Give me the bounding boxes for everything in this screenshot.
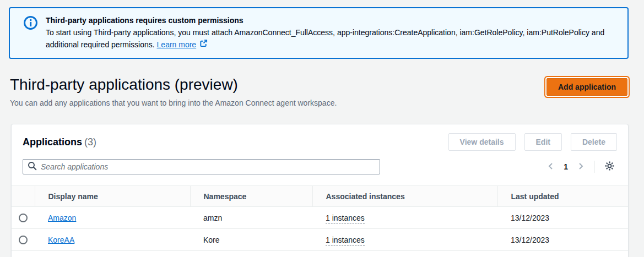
chevron-left-icon <box>546 162 555 172</box>
select-all-header <box>12 186 35 207</box>
column-header-namespace: Namespace <box>190 186 312 207</box>
info-icon <box>23 15 38 51</box>
page-header: Third-party applications (preview) You c… <box>10 75 629 108</box>
banner-body-text: To start using Third-party applications,… <box>46 28 604 49</box>
display-name-cell: KoreAA <box>35 229 190 251</box>
last-updated-cell: 13/12/2023 <box>497 229 628 251</box>
application-link[interactable]: KoreAA <box>48 236 74 244</box>
edit-button[interactable]: Edit <box>524 133 562 151</box>
next-page-button[interactable] <box>573 160 588 174</box>
card-title-group: Applications (3) <box>23 134 96 151</box>
namespace-cell: amzn <box>190 207 312 229</box>
search-input[interactable] <box>41 162 375 171</box>
associated-instances-cell <box>312 251 497 257</box>
row-radio-button[interactable] <box>19 236 28 244</box>
card-title-row: Applications (3) View details Edit Delet… <box>23 133 617 151</box>
info-banner: Third-party applications requires custom… <box>9 7 629 59</box>
applications-counter: (3) <box>84 136 96 147</box>
table-row-partial <box>12 251 628 257</box>
card-actions: View details Edit Delete <box>448 133 617 151</box>
learn-more-link[interactable]: Learn more <box>157 39 208 51</box>
learn-more-label: Learn more <box>157 39 197 51</box>
last-updated-cell <box>497 251 628 257</box>
column-header-display-name: Display name <box>35 186 190 207</box>
previous-page-button[interactable] <box>544 160 558 174</box>
column-header-last-updated: Last updated <box>497 186 628 207</box>
page-heading-group: Third-party applications (preview) You c… <box>10 75 337 108</box>
search-box[interactable] <box>23 159 380 174</box>
page-subtitle: You can add any applications that you wa… <box>10 97 337 108</box>
display-name-cell <box>35 251 190 257</box>
table-settings-button[interactable] <box>602 159 617 174</box>
delete-button[interactable]: Delete <box>571 133 617 151</box>
last-updated-cell: 13/12/2023 <box>497 207 628 229</box>
chevron-right-icon <box>576 162 585 172</box>
page-title: Third-party applications (preview) <box>10 75 337 95</box>
banner-content: Third-party applications requires custom… <box>46 14 616 51</box>
application-link[interactable]: Amazon <box>48 214 76 222</box>
applications-table: Display name Namespace Associated instan… <box>12 185 628 257</box>
row-select-cell <box>12 251 35 257</box>
table-header-row: Display name Namespace Associated instan… <box>12 186 628 207</box>
applications-card-header: Applications (3) View details Edit Delet… <box>12 124 628 174</box>
view-details-button[interactable]: View details <box>448 133 516 151</box>
filter-row: 1 <box>23 159 617 174</box>
row-select-cell <box>12 229 35 251</box>
pagination: 1 <box>544 159 617 174</box>
current-page-number[interactable]: 1 <box>560 162 571 171</box>
instances-popover-trigger[interactable]: 1 instances <box>326 214 365 223</box>
pagination-divider <box>594 161 595 173</box>
search-icon <box>28 161 37 172</box>
row-select-cell <box>12 207 35 229</box>
applications-title: Applications <box>23 136 82 147</box>
display-name-cell: Amazon <box>35 207 190 229</box>
gear-icon <box>604 161 615 173</box>
banner-title: Third-party applications requires custom… <box>46 14 616 26</box>
namespace-cell: Kore <box>190 229 312 251</box>
instances-popover-trigger[interactable]: 1 instances <box>326 236 365 245</box>
namespace-cell <box>190 251 312 257</box>
applications-card: Applications (3) View details Edit Delet… <box>11 124 629 257</box>
table-row: KoreAA Kore 1 instances 13/12/2023 <box>12 229 628 251</box>
table-row: Amazon amzn 1 instances 13/12/2023 <box>12 207 628 229</box>
row-radio-button[interactable] <box>19 214 28 222</box>
external-link-icon <box>199 39 208 51</box>
add-application-button[interactable]: Add application <box>546 78 627 96</box>
associated-instances-cell: 1 instances <box>312 229 497 251</box>
column-header-associated-instances: Associated instances <box>312 186 497 207</box>
associated-instances-cell: 1 instances <box>312 207 497 229</box>
banner-body: To start using Third-party applications,… <box>46 26 616 51</box>
